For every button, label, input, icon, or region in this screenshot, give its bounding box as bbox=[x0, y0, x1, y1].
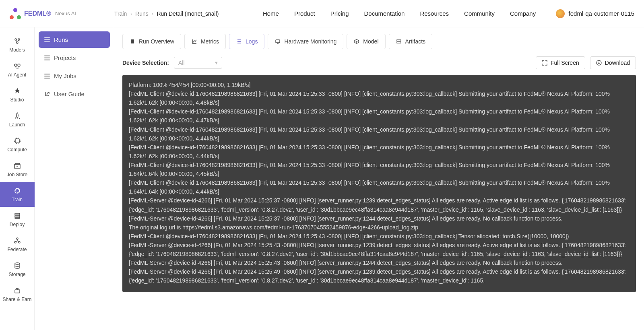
svg-point-0 bbox=[15, 39, 17, 40]
log-line: [FedML-Server @device-id-4266] [Fri, 01 … bbox=[129, 196, 630, 214]
fullscreen-button[interactable]: Full Screen bbox=[536, 56, 585, 69]
device-selection-dropdown[interactable]: All ▼ bbox=[174, 57, 222, 69]
svg-point-3 bbox=[14, 64, 17, 66]
rail-item-ai-agent[interactable]: AI Agent bbox=[0, 57, 35, 82]
rail-item-storage[interactable]: Storage bbox=[0, 257, 35, 282]
nav-company[interactable]: Company bbox=[510, 10, 536, 17]
svg-point-1 bbox=[18, 39, 20, 40]
chevron-right-icon: › bbox=[152, 10, 154, 17]
subnav-item-user-guide[interactable]: User Guide bbox=[39, 86, 110, 102]
tab-label: Run Overview bbox=[139, 38, 174, 45]
fullscreen-icon bbox=[542, 60, 547, 66]
models-icon bbox=[13, 37, 22, 45]
rail-item-label: Compute bbox=[7, 147, 27, 153]
log-line: [FedML-Client @device-id-176048219898682… bbox=[129, 107, 630, 125]
compute-icon bbox=[13, 136, 22, 145]
tab-icon bbox=[191, 38, 198, 45]
rail-item-compute[interactable]: Compute bbox=[0, 132, 35, 157]
fullscreen-label: Full Screen bbox=[551, 60, 579, 66]
nav-product[interactable]: Product bbox=[294, 10, 315, 17]
log-line: [FedML-Client @device-id-176048219898682… bbox=[129, 178, 630, 196]
left-rail: ModelsAI AgentStudioLaunchComputeJob Sto… bbox=[0, 27, 35, 330]
subnav-item-runs[interactable]: Runs bbox=[39, 31, 110, 48]
rail-item-models[interactable]: Models bbox=[0, 32, 35, 57]
logo[interactable]: FEDML® Nexus AI bbox=[10, 8, 114, 19]
nav-documentation[interactable]: Documentation bbox=[364, 10, 405, 17]
rail-item-label: Models bbox=[9, 47, 25, 53]
rail-item-federate[interactable]: Federate bbox=[0, 232, 35, 257]
nav-pricing[interactable]: Pricing bbox=[330, 10, 349, 17]
rail-item-label: Share & Earn bbox=[2, 297, 31, 302]
chevron-down-icon: ▼ bbox=[214, 60, 219, 65]
nav-community[interactable]: Community bbox=[464, 10, 495, 17]
nav-home[interactable]: Home bbox=[263, 10, 279, 17]
subnav-item-projects[interactable]: Projects bbox=[39, 50, 110, 66]
breadcrumb: Train › Runs › Run Detail (monet_snail) bbox=[114, 10, 219, 17]
subnav-item-my-jobs[interactable]: My Jobs bbox=[39, 68, 110, 84]
tab-icon bbox=[129, 38, 136, 45]
job-store-icon bbox=[13, 161, 22, 170]
svg-rect-5 bbox=[15, 139, 19, 143]
rail-item-studio[interactable]: Studio bbox=[0, 82, 35, 107]
breadcrumb-runs[interactable]: Runs bbox=[135, 10, 149, 17]
log-line: [FedML-Client @device-id-176048219898682… bbox=[129, 232, 630, 241]
log-line: [FedML-Server @device-id-4266] [Fri, 01 … bbox=[129, 214, 630, 223]
rail-item-label: Train bbox=[12, 197, 23, 202]
user-menu[interactable]: fedml-qa-customer-0115 bbox=[556, 9, 634, 18]
breadcrumb-train[interactable]: Train bbox=[114, 10, 127, 17]
tab-icon bbox=[396, 38, 402, 45]
log-line: [FedML-Client @device-id-176048219898682… bbox=[129, 161, 630, 178]
subnav: RunsProjectsMy JobsUser Guide bbox=[35, 27, 114, 330]
rail-item-train[interactable]: Train bbox=[0, 182, 35, 207]
svg-rect-17 bbox=[397, 40, 401, 41]
log-line: [FedML-Server @device-id-4266] [Fri, 01 … bbox=[129, 267, 630, 285]
svg-rect-16 bbox=[276, 40, 280, 43]
tab-hardware-monitoring[interactable]: Hardware Monitoring bbox=[268, 34, 343, 49]
svg-point-10 bbox=[17, 238, 18, 239]
log-output[interactable]: Platform: 100% 454/454 [00:00<00:00, 1.1… bbox=[122, 75, 636, 292]
chevron-right-icon: › bbox=[130, 10, 132, 17]
nav-resources[interactable]: Resources bbox=[420, 10, 449, 17]
download-icon bbox=[596, 60, 602, 66]
logo-icon bbox=[10, 8, 21, 19]
rail-item-label: Job Store bbox=[7, 172, 27, 177]
logo-subtext: Nexus AI bbox=[55, 10, 76, 16]
list-icon bbox=[44, 74, 50, 78]
tab-metrics[interactable]: Metrics bbox=[184, 34, 226, 49]
subnav-item-label: Projects bbox=[54, 54, 76, 61]
subnav-item-label: User Guide bbox=[54, 91, 85, 97]
log-toolbar: Device Selection: All ▼ Full Screen Down… bbox=[122, 56, 636, 69]
tab-icon bbox=[275, 38, 281, 45]
rail-item-label: Federate bbox=[7, 247, 27, 252]
share-earn-icon bbox=[13, 286, 22, 295]
external-link-icon bbox=[44, 91, 50, 97]
rail-item-launch[interactable]: Launch bbox=[0, 107, 35, 132]
tab-logs[interactable]: Logs bbox=[229, 34, 264, 49]
svg-point-4 bbox=[18, 64, 20, 66]
tab-icon bbox=[236, 38, 242, 45]
top-nav: Home Product Pricing Documentation Resou… bbox=[243, 10, 556, 17]
subnav-item-label: Runs bbox=[54, 36, 68, 43]
download-button[interactable]: Download bbox=[590, 56, 636, 69]
device-selection-label: Device Selection: bbox=[122, 60, 169, 66]
rail-item-label: Deploy bbox=[10, 222, 25, 227]
rail-item-job-store[interactable]: Job Store bbox=[0, 157, 35, 182]
tab-model[interactable]: Model bbox=[347, 34, 385, 49]
tab-run-overview[interactable]: Run Overview bbox=[122, 34, 181, 49]
list-icon bbox=[44, 37, 50, 42]
log-line: [FedML-Client @device-id-176048219898682… bbox=[129, 125, 630, 143]
rail-item-share-earn[interactable]: Share & Earn bbox=[0, 282, 35, 307]
svg-point-13 bbox=[15, 263, 20, 264]
ai-agent-icon bbox=[13, 62, 22, 70]
breadcrumb-current: Run Detail (monet_snail) bbox=[157, 10, 219, 17]
svg-rect-18 bbox=[397, 42, 401, 43]
studio-icon bbox=[13, 87, 22, 95]
rail-item-deploy[interactable]: Deploy bbox=[0, 207, 35, 232]
svg-rect-14 bbox=[15, 290, 20, 293]
log-line: [FedML-Client @device-id-176048219898682… bbox=[129, 89, 630, 107]
tab-label: Artifacts bbox=[405, 38, 426, 45]
tab-artifacts[interactable]: Artifacts bbox=[389, 34, 433, 49]
svg-rect-9 bbox=[15, 217, 20, 219]
rail-item-label: AI Agent bbox=[8, 72, 26, 78]
rail-item-label: Studio bbox=[10, 97, 24, 103]
